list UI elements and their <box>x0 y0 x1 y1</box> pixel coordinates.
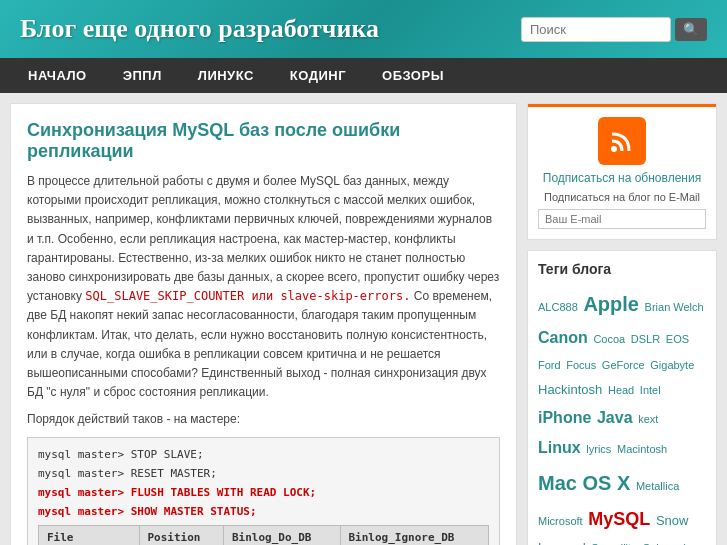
tag-eos[interactable]: EOS <box>666 333 689 345</box>
site-header: Блог еще одного разработчика 🔍 <box>0 0 727 58</box>
article-title: Синхронизация MySQL баз после ошибки реп… <box>27 120 500 162</box>
tag-linux[interactable]: Linux <box>538 439 581 456</box>
tags-title: Теги блога <box>538 261 706 277</box>
tag-macintosh[interactable]: Macintosh <box>617 443 667 455</box>
highlight-text: SQL_SLAVE_SKIP_COUNTER или slave-skip-er… <box>85 289 410 303</box>
col-position: Position <box>139 526 224 545</box>
col-binlog-ignore: Binlog_Ignore_DB <box>340 526 489 545</box>
nav-reviews[interactable]: ОБЗОРЫ <box>364 58 462 93</box>
code-line-1: mysql master> STOP SLAVE; <box>38 446 489 465</box>
nav-home[interactable]: НАЧАЛО <box>10 58 105 93</box>
tag-kext[interactable]: kext <box>638 413 658 425</box>
rss-email-input[interactable] <box>538 209 706 229</box>
col-binlog-do: Binlog_Do_DB <box>224 526 341 545</box>
search-input[interactable] <box>521 17 671 42</box>
tag-brianwelch[interactable]: Brian Welch <box>645 301 704 313</box>
tag-canon[interactable]: Canon <box>538 329 588 346</box>
rss-subscribe-link[interactable]: Подписаться на обновления <box>543 171 701 185</box>
rss-email-label: Подписаться на блог по E-Mail <box>544 191 700 203</box>
nav-coding[interactable]: КОДИНГ <box>272 58 364 93</box>
tag-geforce[interactable]: GeForce <box>602 359 645 371</box>
tag-dslr[interactable]: DSLR <box>631 333 660 345</box>
tag-alc888[interactable]: ALC888 <box>538 301 578 313</box>
content-wrapper: Синхронизация MySQL баз после ошибки реп… <box>0 93 727 545</box>
tag-java[interactable]: Java <box>597 409 633 426</box>
tag-microsoft[interactable]: Microsoft <box>538 515 583 527</box>
site-title: Блог еще одного разработчика <box>20 14 379 44</box>
sql-result-table: File Position Binlog_Do_DB Binlog_Ignore… <box>38 525 489 545</box>
tag-ford[interactable]: Ford <box>538 359 561 371</box>
main-content: Синхронизация MySQL баз после ошибки реп… <box>10 103 517 545</box>
search-form: 🔍 <box>521 17 707 42</box>
col-file: File <box>39 526 140 545</box>
tags-cloud: ALC888 Apple Brian Welch Canon Cocoa DSL… <box>538 285 706 545</box>
code-line-4: mysql master> SHOW MASTER STATUS; <box>38 503 489 522</box>
rss-icon <box>598 117 646 165</box>
tag-apple[interactable]: Apple <box>583 293 639 315</box>
tags-widget-inner: Теги блога ALC888 Apple Brian Welch Cano… <box>528 251 716 545</box>
svg-point-0 <box>611 146 617 152</box>
tag-hackintosh[interactable]: Hackintosh <box>538 382 602 397</box>
code-line-3: mysql master> FLUSH TABLES WITH READ LOC… <box>38 484 489 503</box>
tag-macos[interactable]: Mac OS X <box>538 472 630 494</box>
search-button[interactable]: 🔍 <box>675 18 707 41</box>
article-body-p3: Порядок действий таков - на мастере: <box>27 410 500 429</box>
nav-linux[interactable]: ЛИНУКС <box>180 58 272 93</box>
code-block: mysql master> STOP SLAVE; mysql master> … <box>27 437 500 545</box>
tag-lyrics[interactable]: lyrics <box>586 443 611 455</box>
tags-widget: Теги блога ALC888 Apple Brian Welch Cano… <box>527 250 717 545</box>
tag-cocoa[interactable]: Cocoa <box>593 333 625 345</box>
tag-mysql[interactable]: MySQL <box>588 509 650 529</box>
tag-iphone[interactable]: iPhone <box>538 409 591 426</box>
code-line-2: mysql master> RESET MASTER; <box>38 465 489 484</box>
tag-gigabyte[interactable]: Gigabyte <box>650 359 694 371</box>
rss-widget-inner: Подписаться на обновления Подписаться на… <box>528 104 716 239</box>
main-nav: НАЧАЛО ЭППЛ ЛИНУКС КОДИНГ ОБЗОРЫ <box>0 58 727 93</box>
tag-metallica[interactable]: Metallica <box>636 480 679 492</box>
tag-head[interactable]: Head <box>608 384 634 396</box>
article-body-p1: В процессе длительной работы с двумя и б… <box>27 172 500 402</box>
tag-intel[interactable]: Intel <box>640 384 661 396</box>
tag-focus[interactable]: Focus <box>566 359 596 371</box>
rss-widget: Подписаться на обновления Подписаться на… <box>527 103 717 240</box>
nav-apple[interactable]: ЭППЛ <box>105 58 180 93</box>
sidebar: Подписаться на обновления Подписаться на… <box>527 103 717 545</box>
